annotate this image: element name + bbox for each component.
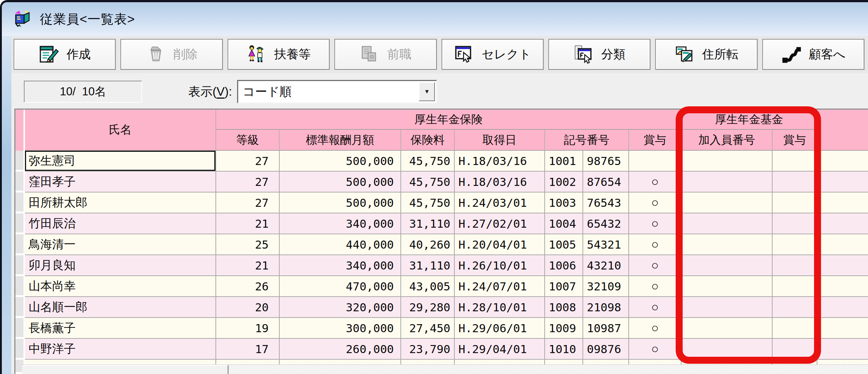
row-selector[interactable] — [15, 213, 25, 234]
address-transfer-button[interactable]: 住所転 — [655, 39, 757, 70]
cell-date[interactable]: H.27/02/01 — [455, 213, 545, 234]
display-order-dropdown[interactable]: コード順 ▼ — [237, 80, 437, 103]
classify-button[interactable]: 分類 — [548, 39, 650, 70]
cell-premium[interactable]: 31,110 — [401, 213, 455, 234]
cell-symbol[interactable]: 65432 — [583, 213, 629, 234]
cell-grade[interactable]: 21 — [216, 213, 280, 234]
cell-date[interactable]: H.28/10/01 — [455, 297, 545, 318]
cell-date[interactable]: H.29/04/01 — [455, 339, 545, 360]
cell-symbol[interactable]: 76543 — [583, 192, 629, 213]
cell-member-no[interactable] — [682, 297, 773, 318]
cell-premium[interactable]: 43,005 — [401, 276, 455, 297]
cell-monthly[interactable]: 500,000 — [280, 192, 401, 213]
cell-date[interactable]: H.26/10/01 — [455, 255, 545, 276]
cell-name[interactable]: 弥生憲司 — [25, 151, 216, 172]
cell-grade[interactable]: 27 — [216, 172, 280, 192]
cell-symbol[interactable]: 21098 — [583, 297, 629, 318]
cell-premium[interactable]: 31,110 — [401, 255, 455, 276]
cell-name[interactable]: 中野洋子 — [25, 339, 216, 360]
cell-symbol[interactable]: 10987 — [583, 318, 629, 339]
cell-date[interactable]: H.18/03/16 — [455, 172, 545, 192]
cell-fund-bonus[interactable] — [773, 318, 817, 339]
row-selector[interactable] — [15, 234, 25, 255]
cell-code[interactable]: 1007 — [545, 276, 583, 297]
cell-bonus[interactable]: ○ — [629, 297, 682, 318]
cell-monthly[interactable]: 340,000 — [280, 255, 401, 276]
cell-name[interactable]: 山本尚幸 — [25, 276, 216, 297]
cell-monthly[interactable]: 260,000 — [280, 339, 401, 360]
cell-name[interactable]: 窪田孝子 — [25, 172, 216, 192]
cell-name[interactable]: 鳥海清一 — [25, 234, 216, 255]
cell-symbol[interactable]: 43210 — [583, 255, 629, 276]
cell-monthly[interactable]: 300,000 — [280, 318, 401, 339]
cell-bonus[interactable]: ○ — [629, 276, 682, 297]
cell-bonus[interactable]: ○ — [629, 192, 682, 213]
row-selector[interactable] — [15, 172, 25, 192]
cell-date[interactable]: H.20/04/01 — [455, 234, 545, 255]
row-selector[interactable] — [15, 151, 25, 172]
horizontal-scrollbar[interactable] — [22, 364, 868, 374]
cell-grade[interactable]: 27 — [216, 151, 280, 172]
cell-code[interactable]: 1004 — [545, 213, 583, 234]
cell-bonus[interactable]: ○ — [629, 339, 682, 360]
row-selector[interactable] — [15, 276, 25, 297]
row-selector[interactable] — [15, 297, 25, 318]
cell-premium[interactable]: 23,790 — [401, 339, 455, 360]
cell-code[interactable]: 1002 — [545, 172, 583, 192]
cell-fund-bonus[interactable] — [773, 234, 817, 255]
cell-date[interactable]: H.29/06/01 — [455, 318, 545, 339]
cell-bonus[interactable]: ○ — [629, 234, 682, 255]
cell-date[interactable]: H.24/03/01 — [455, 192, 545, 213]
cell-monthly[interactable]: 320,000 — [280, 297, 401, 318]
cell-name[interactable]: 山名順一郎 — [25, 297, 216, 318]
cell-monthly[interactable]: 500,000 — [280, 151, 401, 172]
cell-fund-bonus[interactable] — [773, 151, 817, 172]
cell-monthly[interactable]: 500,000 — [280, 172, 401, 192]
cell-code[interactable]: 1009 — [545, 318, 583, 339]
cell-premium[interactable]: 40,260 — [401, 234, 455, 255]
cell-member-no[interactable] — [682, 151, 773, 172]
cell-fund-bonus[interactable] — [773, 276, 817, 297]
cell-fund-bonus[interactable] — [773, 297, 817, 318]
cell-bonus[interactable]: ○ — [629, 213, 682, 234]
create-button[interactable]: 作成 — [14, 39, 116, 70]
cell-symbol[interactable]: 09876 — [583, 339, 629, 360]
cell-grade[interactable]: 26 — [216, 276, 280, 297]
cell-grade[interactable]: 19 — [216, 318, 280, 339]
cell-member-no[interactable] — [682, 192, 773, 213]
cell-code[interactable]: 1008 — [545, 297, 583, 318]
cell-code[interactable]: 1005 — [545, 234, 583, 255]
row-selector[interactable] — [15, 318, 25, 339]
cell-member-no[interactable] — [682, 318, 773, 339]
cell-premium[interactable]: 45,750 — [401, 192, 455, 213]
cell-name[interactable]: 卯月良知 — [25, 255, 216, 276]
cell-bonus[interactable]: ○ — [629, 255, 682, 276]
cell-symbol[interactable]: 54321 — [583, 234, 629, 255]
cell-fund-bonus[interactable] — [773, 255, 817, 276]
cell-premium[interactable]: 45,750 — [401, 151, 455, 172]
cell-code[interactable]: 1003 — [545, 192, 583, 213]
cell-date[interactable]: H.24/07/01 — [455, 276, 545, 297]
cell-member-no[interactable] — [682, 234, 773, 255]
cell-code[interactable]: 1010 — [545, 339, 583, 360]
row-selector[interactable] — [15, 255, 25, 276]
cell-premium[interactable]: 27,450 — [401, 318, 455, 339]
cell-member-no[interactable] — [682, 276, 773, 297]
row-selector[interactable] — [15, 339, 25, 360]
chevron-down-icon[interactable]: ▼ — [419, 82, 435, 101]
to-customer-button[interactable]: 顧客へ — [762, 39, 864, 70]
cell-fund-bonus[interactable] — [773, 192, 817, 213]
cell-symbol[interactable]: 87654 — [583, 172, 629, 192]
cell-fund-bonus[interactable] — [773, 213, 817, 234]
cell-monthly[interactable]: 470,000 — [280, 276, 401, 297]
cell-member-no[interactable] — [682, 339, 773, 360]
cell-grade[interactable]: 17 — [216, 339, 280, 360]
cell-premium[interactable]: 29,280 — [401, 297, 455, 318]
cell-monthly[interactable]: 440,000 — [280, 234, 401, 255]
cell-bonus[interactable] — [629, 151, 682, 172]
cell-date[interactable]: H.18/03/16 — [455, 151, 545, 172]
cell-premium[interactable]: 45,750 — [401, 172, 455, 192]
cell-bonus[interactable]: ○ — [629, 172, 682, 192]
cell-member-no[interactable] — [682, 255, 773, 276]
cell-fund-bonus[interactable] — [773, 339, 817, 360]
